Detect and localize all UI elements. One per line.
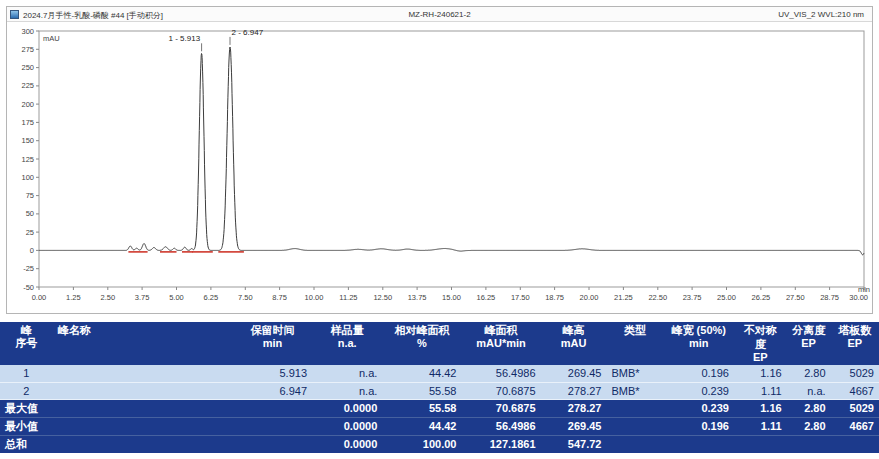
x-tick-label: 15.00 [442, 293, 461, 302]
table-cell: 5.913 [233, 365, 312, 382]
table-cell: 4667 [831, 417, 879, 435]
table-cell [53, 365, 233, 382]
x-tick-label: 8.75 [272, 293, 287, 302]
y-tick-label: 75 [26, 191, 34, 200]
y-tick-label: 275 [21, 45, 34, 54]
chromatogram-titlebar: 2024.7月手性-乳酸-磷酸 #44 [手动积分] MZ-RH-240621-… [7, 7, 872, 22]
column-header: 峰序号 [0, 322, 53, 365]
table-cell: 0.0000 [312, 435, 382, 453]
table-cell: 1.11 [734, 417, 787, 435]
x-tick-label: 21.25 [614, 293, 633, 302]
table-cell: 0.196 [664, 417, 734, 435]
table-cell: 1.11 [734, 382, 787, 399]
table-cell: 6.947 [233, 382, 312, 399]
peak-label: 2 - 6.947 [232, 28, 264, 37]
x-tick-label: 6.25 [204, 293, 219, 302]
x-unit-label: min [858, 285, 870, 294]
table-cell: 1.16 [734, 365, 787, 382]
peak-label: 1 - 5.913 [169, 34, 201, 43]
x-tick-label: 5.00 [169, 293, 184, 302]
table-cell [606, 399, 663, 417]
x-tick-label: 16.25 [477, 293, 496, 302]
y-tick-label: 250 [21, 63, 34, 72]
x-tick-label: 26.25 [752, 293, 771, 302]
x-tick-label: 3.75 [135, 293, 150, 302]
y-tick-label: -50 [23, 283, 34, 292]
x-tick-label: 7.50 [238, 293, 253, 302]
table-cell: 70.6875 [461, 382, 540, 399]
column-header: 峰高mAU [541, 322, 607, 365]
x-tick-label: 17.50 [511, 293, 530, 302]
x-tick-label: 30.00 [849, 293, 868, 302]
x-tick-label: 0.00 [32, 293, 47, 302]
summary-label: 总和 [0, 435, 233, 453]
column-header: 峰宽 (50%)min [664, 322, 734, 365]
column-header: 样品量n.a. [312, 322, 382, 365]
table-cell: 2.80 [787, 399, 831, 417]
table-cell: 100.00 [382, 435, 461, 453]
column-header: 峰名称 [53, 322, 233, 365]
table-cell [53, 382, 233, 399]
chromatogram-plot[interactable]: 3002752502252001751501251007550250-25-50… [7, 23, 872, 313]
x-tick-label: 1.25 [66, 293, 81, 302]
y-tick-label: 225 [21, 81, 34, 90]
table-cell [606, 417, 663, 435]
column-header: 峰面积mAU*min [461, 322, 540, 365]
column-header: 分离度EP [787, 322, 831, 365]
summary-label: 最小值 [0, 417, 233, 435]
x-tick-label: 28.75 [820, 293, 839, 302]
table-cell: 44.42 [382, 417, 461, 435]
y-tick-label: 125 [21, 155, 34, 164]
x-tick-label: 22.50 [648, 293, 667, 302]
x-tick-label: 23.75 [683, 293, 702, 302]
table-cell: 1 [0, 365, 53, 382]
y-tick-label: 0 [30, 246, 34, 255]
table-cell: 547.72 [541, 435, 607, 453]
chart-title-center: MZ-RH-240621-2 [7, 10, 872, 19]
column-header: 不对称度EP [734, 322, 787, 365]
column-header: 类型 [606, 322, 663, 365]
table-cell: 55.58 [382, 399, 461, 417]
summary-row: 总和 0.0000100.00127.1861547.72 [0, 435, 879, 453]
summary-row: 最大值 0.000055.5870.6875278.27 0.2391.162.… [0, 399, 879, 417]
table-cell: 56.4986 [461, 365, 540, 382]
y-tick-label: 100 [21, 173, 34, 182]
table-cell: 5029 [831, 399, 879, 417]
table-cell: 44.42 [382, 365, 461, 382]
y-tick-label: 300 [21, 27, 34, 36]
table-cell: BMB* [606, 365, 663, 382]
peak-row[interactable]: 2 6.947n.a.55.5870.6875278.27BMB*0.2391.… [0, 382, 879, 399]
column-header: 保留时间min [233, 322, 312, 365]
peak-results-table: 峰序号峰名称 保留时间min样品量n.a.相对峰面积%峰面积mAU*min峰高m… [0, 322, 879, 453]
table-cell: 278.27 [541, 382, 607, 399]
y-tick-label: 50 [26, 209, 34, 218]
x-tick-label: 25.00 [717, 293, 736, 302]
table-cell [787, 435, 831, 453]
column-header: 塔板数EP [831, 322, 879, 365]
y-tick-label: -25 [23, 264, 34, 273]
table-cell: 4667 [831, 382, 879, 399]
summary-row: 最小值 0.000044.4256.4986269.45 0.1961.112.… [0, 417, 879, 435]
x-tick-label: 18.75 [545, 293, 564, 302]
table-header-row: 峰序号峰名称 保留时间min样品量n.a.相对峰面积%峰面积mAU*min峰高m… [0, 322, 879, 365]
table-cell [233, 435, 312, 453]
table-cell: 0.0000 [312, 399, 382, 417]
peak-row[interactable]: 1 5.913n.a.44.4256.4986269.45BMB*0.1961.… [0, 365, 879, 382]
table-cell: 278.27 [541, 399, 607, 417]
table-cell: n.a. [787, 382, 831, 399]
y-tick-label: 150 [21, 136, 34, 145]
table-cell: 1.16 [734, 399, 787, 417]
table-cell: 127.1861 [461, 435, 540, 453]
table-cell: 269.45 [541, 365, 607, 382]
x-tick-label: 20.00 [580, 293, 599, 302]
x-tick-label: 13.75 [408, 293, 427, 302]
x-tick-label: 10.00 [305, 293, 324, 302]
table-cell [831, 435, 879, 453]
table-cell: 0.239 [664, 382, 734, 399]
x-tick-label: 2.50 [100, 293, 115, 302]
chromatography-report: 2024.7月手性-乳酸-磷酸 #44 [手动积分] MZ-RH-240621-… [0, 0, 879, 459]
table-cell: 2 [0, 382, 53, 399]
summary-label: 最大值 [0, 399, 233, 417]
column-header: 相对峰面积% [382, 322, 461, 365]
y-tick-label: 25 [26, 228, 34, 237]
